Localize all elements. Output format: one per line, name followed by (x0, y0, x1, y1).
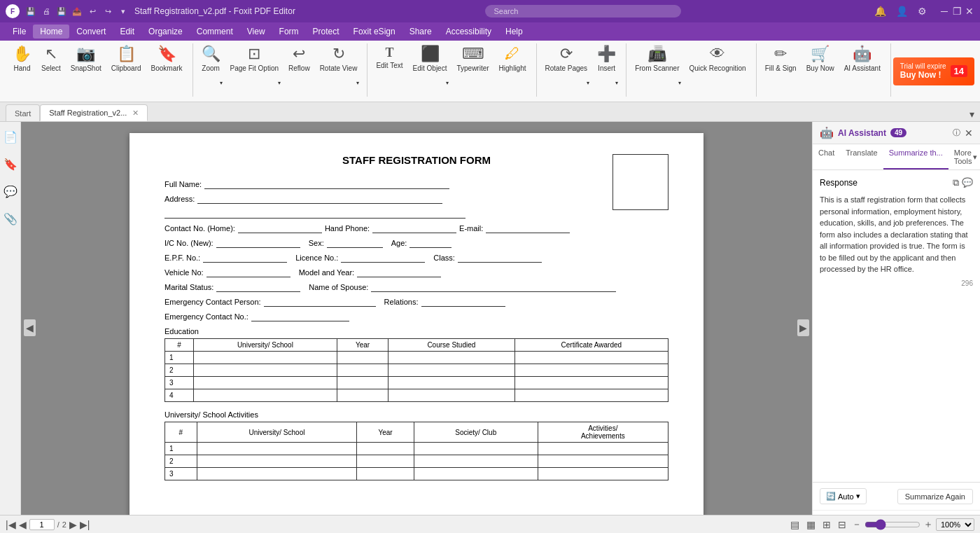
menu-comment[interactable]: Comment (190, 25, 240, 39)
select-tool-button[interactable]: ↖ Select (37, 43, 65, 88)
tab-staff-reg[interactable]: Staff Registration_v2... ✕ (40, 104, 148, 121)
form-row-marital: Marital Status: Name of Spouse: (164, 283, 668, 292)
rotate-pages-button[interactable]: ⟳ Rotate Pages (541, 43, 592, 88)
save2-icon[interactable]: 💾 (56, 6, 67, 17)
search-input[interactable] (485, 5, 681, 18)
bookmark-button[interactable]: 🔖 Bookmark (147, 43, 187, 88)
ribbon-nav-items: ✋ Hand ↖ Select 📷 SnapShot 📋 Clipboard 🔖… (8, 43, 187, 97)
menu-file[interactable]: File (6, 25, 33, 39)
restore-button[interactable]: ❐ (952, 6, 962, 16)
table-row: 3 (165, 377, 668, 389)
tab-chat[interactable]: Chat (813, 144, 840, 169)
page-first-button[interactable]: |◀ (6, 519, 16, 530)
document-tabs-bar: Start Staff Registration_v2... ✕ ▾ (0, 102, 980, 122)
activities-table: # University/ School Year Society/ Club … (164, 422, 668, 480)
menu-form[interactable]: Form (272, 25, 306, 39)
window-controls: ─ ❐ ✕ (939, 6, 974, 16)
ai-panel-tabs: Chat Translate Summarize th... More Tool… (813, 144, 980, 170)
ai-assistant-ribbon-button[interactable]: 🤖 AI Assistant (840, 43, 885, 88)
notification-icon[interactable]: 🔔 (872, 4, 889, 18)
page-prev-button[interactable]: ◀ (19, 519, 27, 530)
menu-organize[interactable]: Organize (141, 25, 190, 39)
ai-info-icon[interactable]: ⓘ (953, 127, 960, 138)
zoom-icon: 🔍 (202, 46, 220, 62)
save-icon[interactable]: 💾 (25, 6, 36, 17)
tab-scroll-down[interactable]: ▾ (967, 107, 977, 121)
page-fit-button[interactable]: ⊡ Page Fit Option (226, 43, 283, 88)
rotate-view-button[interactable]: ↻ Rotate View (316, 43, 362, 88)
ribbon-group-view: 🔍 Zoom ⊡ Page Fit Option ↩ Reflow ↻ Rota… (195, 43, 368, 97)
tab-more-tools[interactable]: More Tools ▾ (948, 144, 980, 169)
from-scanner-button[interactable]: 📠 From Scanner (631, 43, 683, 88)
settings-icon[interactable]: ⚙ (915, 4, 930, 18)
menu-edit[interactable]: Edit (113, 25, 141, 39)
page-fit-icon: ⊡ (248, 46, 260, 62)
edit-object-button[interactable]: ⬛ Edit Object (409, 43, 451, 88)
menu-bar: File Home Convert Edit Organize Comment … (0, 22, 980, 41)
facing-view-button[interactable]: ⊟ (836, 518, 848, 532)
auto-mode-button[interactable]: 🔄 Auto ▾ (820, 488, 867, 504)
reflow-button[interactable]: ↩ Reflow (284, 43, 314, 88)
menu-help[interactable]: Help (498, 25, 530, 39)
ai-panel-icon: 🤖 (820, 126, 834, 139)
snapshot-button[interactable]: 📷 SnapShot (66, 43, 106, 88)
ribbon-group-edit: T Edit Text ⬛ Edit Object ⌨ Typewriter 🖊… (369, 43, 536, 97)
sidebar-bookmark-icon[interactable]: 🔖 (1, 155, 20, 174)
sidebar-pages-icon[interactable]: 📄 (1, 127, 20, 146)
zoom-slider[interactable] (864, 519, 920, 530)
minimize-button[interactable]: ─ (939, 6, 949, 16)
tab-start[interactable]: Start (6, 104, 40, 121)
page-next-button[interactable]: ▶ (69, 519, 77, 530)
pdf-next-arrow[interactable]: ▶ (797, 319, 809, 336)
expand-response-button[interactable]: 💬 (962, 177, 973, 188)
auto-chevron-icon: ▾ (856, 492, 860, 501)
edit-text-button[interactable]: T Edit Text (372, 43, 407, 88)
page-number-input[interactable] (29, 519, 55, 530)
promo-buy-button[interactable]: Trial will expire Buy Now ! 14 (893, 57, 974, 85)
ribbon: ✋ Hand ↖ Select 📷 SnapShot 📋 Clipboard 🔖… (0, 41, 980, 102)
ribbon-edit-items: T Edit Text ⬛ Edit Object ⌨ Typewriter 🖊… (372, 43, 530, 97)
menu-accessibility[interactable]: Accessibility (439, 25, 498, 39)
undo-icon[interactable]: ↩ (87, 6, 98, 17)
account-icon[interactable]: 👤 (893, 4, 911, 18)
print-icon[interactable]: 🖨 (41, 6, 52, 17)
menu-share[interactable]: Share (402, 25, 439, 39)
menu-foxit-esign[interactable]: Foxit eSign (346, 25, 402, 39)
redo-icon[interactable]: ↪ (102, 6, 113, 17)
act-col-num: # (165, 422, 197, 443)
single-page-view-button[interactable]: ▤ (789, 518, 801, 532)
share-icon[interactable]: 📤 (71, 6, 83, 17)
close-button[interactable]: ✕ (965, 6, 974, 16)
summarize-again-button[interactable]: Summarize Again (897, 489, 973, 504)
tab-staff-reg-close[interactable]: ✕ (132, 109, 139, 118)
zoom-button[interactable]: 🔍 Zoom (197, 43, 225, 88)
menu-convert[interactable]: Convert (69, 25, 113, 39)
menu-protect[interactable]: Protect (306, 25, 346, 39)
clipboard-button[interactable]: 📋 Clipboard (107, 43, 146, 88)
bookmark-icon: 🔖 (158, 46, 176, 62)
pdf-prev-arrow[interactable]: ◀ (24, 319, 36, 336)
zoom-dropdown[interactable]: 100% 75% 125% 150% 200% (936, 518, 974, 531)
hand-tool-button[interactable]: ✋ Hand (8, 43, 36, 88)
ai-panel-close-button[interactable]: ✕ (965, 127, 973, 139)
fill-sign-button[interactable]: ✏ Fill & Sign (761, 43, 801, 88)
continuous-view-button[interactable]: ▦ (805, 518, 817, 532)
copy-response-button[interactable]: ⧉ (953, 177, 959, 188)
insert-pages-button[interactable]: ➕ Insert (593, 43, 620, 88)
typewriter-button[interactable]: ⌨ Typewriter (452, 43, 493, 88)
menu-home[interactable]: Home (33, 25, 69, 39)
buy-now-button[interactable]: 🛒 Buy Now (802, 43, 839, 88)
page-last-button[interactable]: ▶| (80, 519, 90, 530)
sidebar-comment-icon[interactable]: 💬 (1, 182, 20, 201)
sidebar-attach-icon[interactable]: 📎 (1, 209, 20, 228)
zoom-in-button[interactable]: ＋ (923, 518, 933, 531)
quick-recognition-button[interactable]: 👁 Quick Recognition (685, 43, 750, 88)
zoom-out-button[interactable]: － (852, 518, 862, 531)
menu-view[interactable]: View (240, 25, 272, 39)
tab-summarize[interactable]: Summarize th... (883, 144, 948, 169)
tab-translate[interactable]: Translate (840, 144, 883, 169)
two-page-view-button[interactable]: ⊞ (821, 518, 832, 532)
table-row: 3 (165, 468, 668, 480)
more-icon[interactable]: ▾ (118, 6, 129, 17)
highlight-button[interactable]: 🖊 Highlight (495, 43, 531, 88)
